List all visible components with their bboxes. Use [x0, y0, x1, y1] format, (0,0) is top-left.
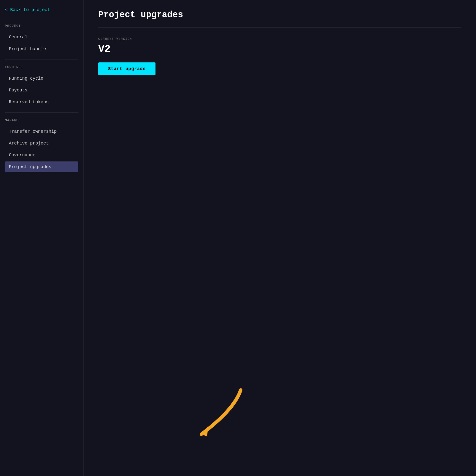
divider-1	[5, 59, 78, 59]
current-version-label: CURRENT VERSION	[98, 37, 461, 41]
version-section: CURRENT VERSION V2 Start upgrade	[98, 37, 461, 75]
sidebar-section-funding: FUNDING Funding cycle Payouts Reserved t…	[5, 63, 78, 108]
sidebar-item-payouts[interactable]: Payouts	[5, 85, 78, 96]
main-content: Project upgrades CURRENT VERSION V2 Star…	[84, 0, 476, 476]
sidebar-section-project: PROJECT General Project handle	[5, 22, 78, 55]
section-label-project: PROJECT	[5, 24, 78, 28]
sidebar-item-project-handle[interactable]: Project handle	[5, 43, 78, 54]
sidebar-section-manage: MANAGE Transfer ownership Archive projec…	[5, 117, 78, 173]
section-label-funding: FUNDING	[5, 65, 78, 69]
sidebar-item-project-upgrades[interactable]: Project upgrades	[5, 161, 78, 172]
content-divider	[98, 27, 461, 28]
divider-2	[5, 112, 78, 113]
page-title: Project upgrades	[98, 10, 461, 20]
sidebar-item-general[interactable]: General	[5, 32, 78, 42]
sidebar-item-governance[interactable]: Governance	[5, 150, 78, 160]
sidebar-item-transfer-ownership[interactable]: Transfer ownership	[5, 126, 78, 137]
sidebar-item-funding-cycle[interactable]: Funding cycle	[5, 73, 78, 84]
annotation-arrow	[172, 385, 258, 446]
back-to-project-link[interactable]: < Back to project	[5, 7, 78, 12]
sidebar-item-reserved-tokens[interactable]: Reserved tokens	[5, 97, 78, 107]
section-label-manage: MANAGE	[5, 119, 78, 122]
current-version-value: V2	[98, 43, 461, 55]
svg-marker-0	[200, 426, 211, 438]
sidebar: < Back to project PROJECT General Projec…	[0, 0, 84, 476]
start-upgrade-button[interactable]: Start upgrade	[98, 62, 155, 75]
sidebar-item-archive-project[interactable]: Archive project	[5, 138, 78, 149]
